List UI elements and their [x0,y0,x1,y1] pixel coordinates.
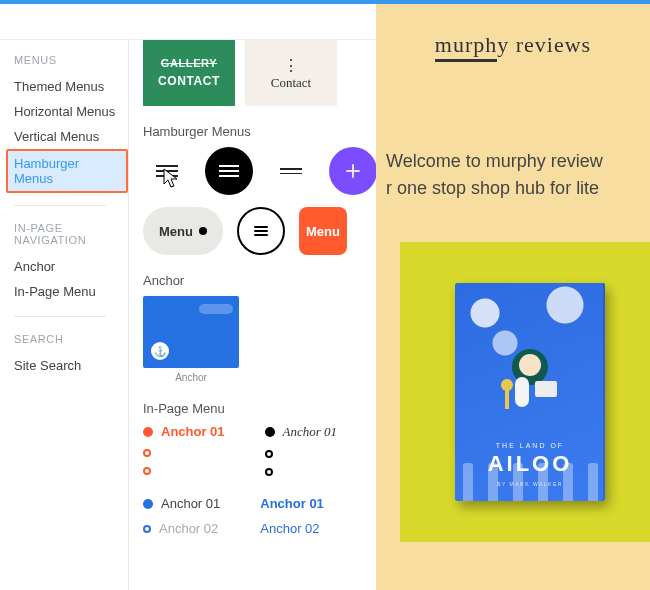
hero-text: Welcome to murphy review r one stop shop… [376,58,650,202]
book-character-art [455,331,605,431]
anchor-preset-wrapper[interactable]: ⚓ Anchor [143,296,239,383]
inpage-item-label: Anchor 02 [159,521,218,536]
book-pretitle: THE LAND OF [496,442,564,449]
hamburger-preset-lines[interactable] [143,147,191,195]
svg-rect-9 [505,385,509,409]
inpage-item-label: Anchor 01 [283,424,338,440]
site-title-rest: y reviews [497,32,591,57]
inpage-preset-blue-b[interactable]: Anchor 01 Anchor 02 [260,496,324,536]
inpage-item-label: Anchor 01 [260,496,324,511]
book-frame: THE LAND OF AILOO BY MARK WALKER [400,242,650,542]
hamburger-preset-black-circle[interactable] [205,147,253,195]
svg-rect-6 [535,381,557,397]
inpage-item-label: Anchor 02 [260,521,319,536]
hamburger-preset-pill-menu[interactable]: Menu [143,207,223,255]
divider [14,316,106,317]
bullet-icon [265,468,273,476]
section-title: Anchor [143,273,184,288]
hamburger-preset-plus[interactable] [329,147,377,195]
sidebar-item-hamburger-menus[interactable]: Hamburger Menus [6,149,128,193]
dot-icon [199,227,207,235]
preset-cream-line2: Contact [271,75,311,91]
anchor-preset-tile: ⚓ [143,296,239,368]
preset-green-line2: CONTACT [158,72,220,91]
sidebar: MENUS Themed Menus Horizontal Menus Vert… [0,40,128,590]
bullet-icon [265,427,275,437]
plus-icon [343,161,363,181]
sidebar-item-themed-menus[interactable]: Themed Menus [14,74,128,99]
anchor-icon: ⚓ [151,342,169,360]
divider [14,205,106,206]
sidebar-category-menus: MENUS [14,54,128,66]
site-title: murphy reviews [376,4,650,58]
book-title: AILOO [488,451,573,477]
inpage-preset-orange[interactable]: Anchor 01 [143,424,225,476]
sidebar-item-anchor[interactable]: Anchor [14,254,128,279]
anchor-bar-shape [199,304,233,314]
hamburger-preset-orange-square[interactable]: Menu [299,207,347,255]
sidebar-category-search: SEARCH [14,333,128,345]
preset-green-line1: GALLERY [161,55,217,73]
anchor-preset-label: Anchor [143,372,239,383]
bullet-icon [143,525,151,533]
hero-line-1: Welcome to murphy review [386,148,650,175]
sidebar-item-vertical-menus[interactable]: Vertical Menus [14,124,128,149]
bullet-icon [143,499,153,509]
hamburger-preset-thin-lines[interactable] [267,147,315,195]
bullet-icon [143,449,151,457]
sidebar-item-inpage-menu[interactable]: In-Page Menu [14,279,128,304]
hero-line-2: r one stop shop hub for lite [386,175,650,202]
bullet-icon [143,427,153,437]
book-cover: THE LAND OF AILOO BY MARK WALKER [455,283,605,501]
preset-card-green[interactable]: GALLERY CONTACT [143,40,235,106]
hamburger-preset-outline-circle[interactable] [237,207,285,255]
inpage-item-label: Anchor 01 [161,424,225,439]
svg-point-5 [519,354,541,376]
menu-square-label: Menu [306,224,340,239]
menu-pill-label: Menu [159,224,193,239]
inpage-preset-blue-a[interactable]: Anchor 01 Anchor 02 [143,496,220,536]
section-title: In-Page Menu [143,401,225,416]
sidebar-item-horizontal-menus[interactable]: Horizontal Menus [14,99,128,124]
bullet-icon [265,450,273,458]
preset-card-cream[interactable]: ⋮ Contact [245,40,337,106]
bullet-icon [143,467,151,475]
inpage-preset-black[interactable]: Anchor 01 [265,424,338,476]
live-preview-canvas: murphy reviews Welcome to murphy review … [376,4,650,590]
book-author: BY MARK WALKER [497,481,563,487]
sidebar-item-site-search[interactable]: Site Search [14,353,128,378]
sidebar-category-inpage: IN-PAGE NAVIGATION [14,222,128,246]
section-title: Hamburger Menus [143,124,251,139]
inpage-item-label: Anchor 01 [161,496,220,511]
site-title-underlined: murph [435,32,497,58]
kebab-icon: ⋮ [283,56,299,75]
svg-rect-7 [515,377,529,407]
